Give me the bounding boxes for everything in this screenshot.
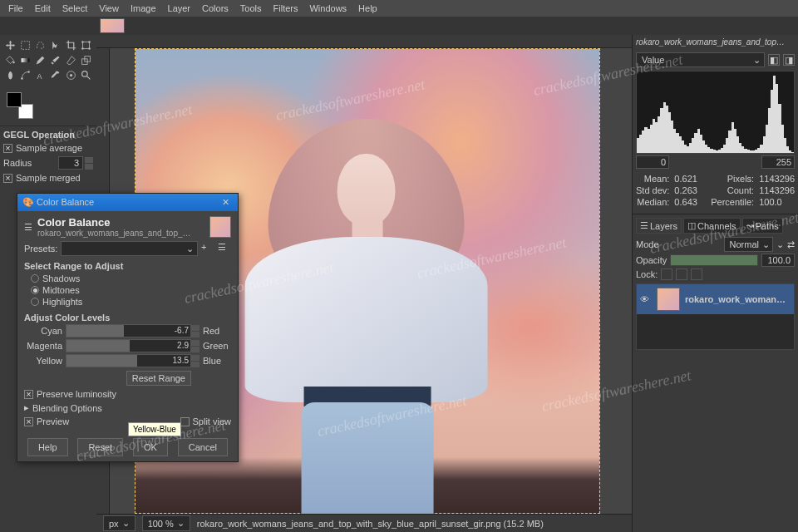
- levels-section-label: Adjust Color Levels: [24, 313, 231, 323]
- gradient-tool-icon[interactable]: [18, 53, 32, 67]
- move-tool-icon[interactable]: [3, 38, 17, 52]
- color-picker-icon[interactable]: [48, 68, 62, 82]
- menu-image[interactable]: Image: [126, 2, 161, 15]
- zoom-selector[interactable]: 100 %⌄: [142, 515, 190, 531]
- histogram-linear-icon[interactable]: ◧: [768, 54, 780, 66]
- cyan-red-spinner[interactable]: [191, 325, 200, 337]
- zoom-tool-icon[interactable]: [79, 68, 93, 82]
- svg-point-4: [81, 47, 83, 49]
- opacity-value[interactable]: 100.0: [761, 254, 795, 267]
- color-balance-dialog: 🎨 Color Balance ✕ ☰ Color Balance rokaro…: [17, 193, 239, 462]
- cyan-red-slider[interactable]: -6.7: [66, 324, 191, 337]
- lock-pixels-icon[interactable]: [661, 268, 672, 280]
- tab-layers[interactable]: ☰Layers: [636, 218, 682, 234]
- paintbrush-icon[interactable]: [48, 53, 62, 67]
- image-tab-thumbnail[interactable]: [100, 18, 125, 33]
- histogram-min-input[interactable]: [636, 155, 669, 169]
- histogram[interactable]: [636, 71, 795, 154]
- red-label: Red: [200, 326, 231, 336]
- magenta-green-spinner[interactable]: [191, 340, 200, 352]
- magenta-label: Magenta: [24, 341, 66, 351]
- tab-paths[interactable]: ↝Paths: [742, 218, 783, 234]
- dialog-subtitle: rokaro_work_womans_jeans_and_top_with_..…: [37, 229, 195, 238]
- yellow-blue-slider[interactable]: 13.5: [66, 354, 191, 367]
- dialog-titlebar[interactable]: 🎨 Color Balance ✕: [17, 194, 238, 211]
- blending-options-expander[interactable]: ▸Blending Options: [24, 401, 231, 415]
- preview-checkbox[interactable]: Preview: [24, 415, 69, 428]
- layer-thumbnail: [657, 288, 680, 311]
- image-tab-bar: [0, 17, 798, 35]
- fg-bg-colors[interactable]: [0, 86, 96, 126]
- fuzzy-select-icon[interactable]: [48, 38, 62, 52]
- histogram-stats: Mean:0.621 Pixels:1143296 Std dev:0.263 …: [636, 170, 795, 210]
- mode-switch-icon2[interactable]: ⇄: [787, 239, 795, 250]
- unit-selector[interactable]: px⌄: [103, 515, 135, 531]
- free-select-icon[interactable]: [33, 38, 47, 52]
- menu-help[interactable]: Help: [353, 2, 382, 15]
- close-icon[interactable]: ✕: [219, 197, 233, 208]
- menu-colors[interactable]: Colors: [197, 2, 234, 15]
- dialog-window-title: Color Balance: [37, 197, 94, 207]
- svg-rect-1: [82, 42, 89, 48]
- radius-row: Radius: [3, 155, 93, 171]
- svg-point-10: [21, 77, 22, 79]
- sample-average-checkbox[interactable]: Sample average: [3, 141, 93, 155]
- layer-visibility-icon[interactable]: 👁: [640, 294, 652, 304]
- reset-range-button[interactable]: Reset Range: [126, 371, 191, 386]
- text-tool-icon[interactable]: A: [33, 68, 47, 82]
- radio-highlights[interactable]: Highlights: [24, 296, 231, 308]
- ruler-horizontal[interactable]: [96, 35, 632, 48]
- presets-select[interactable]: [61, 241, 198, 256]
- ok-button[interactable]: OK: [133, 438, 168, 456]
- menu-select[interactable]: Select: [57, 2, 93, 15]
- status-filename: rokaro_work_womans_jeans_and_top_with_sk…: [197, 519, 625, 529]
- radius-input[interactable]: [58, 156, 83, 170]
- lock-position-icon[interactable]: [676, 268, 687, 280]
- slider-tooltip: Yellow-Blue: [128, 422, 181, 436]
- add-preset-icon[interactable]: +: [201, 242, 214, 255]
- bucket-fill-icon[interactable]: [3, 53, 17, 67]
- yellow-blue-spinner[interactable]: [191, 355, 200, 367]
- menu-file[interactable]: File: [3, 2, 28, 15]
- radio-shadows[interactable]: Shadows: [24, 273, 231, 284]
- menu-windows[interactable]: Windows: [304, 2, 352, 15]
- clone-tool-icon[interactable]: [79, 53, 93, 67]
- smudge-tool-icon[interactable]: [3, 68, 17, 82]
- pencil-tool-icon[interactable]: [33, 53, 47, 67]
- right-filename: rokaro_work_womans_jeans_and_top_wit...: [633, 35, 791, 49]
- radio-midtones[interactable]: Midtones: [24, 284, 231, 296]
- rect-select-icon[interactable]: [18, 38, 32, 52]
- sample-merged-checkbox[interactable]: Sample merged: [3, 171, 93, 185]
- transform-tool-icon[interactable]: [79, 38, 93, 52]
- histogram-max-input[interactable]: [761, 155, 795, 169]
- menu-filters[interactable]: Filters: [268, 2, 303, 15]
- radius-spinner[interactable]: [85, 157, 93, 170]
- layer-row[interactable]: 👁 rokaro_work_womans_j...: [637, 284, 794, 314]
- lock-alpha-icon[interactable]: [691, 268, 702, 280]
- tab-channels[interactable]: ◫Channels: [683, 218, 740, 234]
- menu-view[interactable]: View: [94, 2, 124, 15]
- magenta-green-slider[interactable]: 2.9: [66, 339, 191, 352]
- measure-tool-icon[interactable]: [64, 68, 78, 82]
- preserve-luminosity-checkbox[interactable]: Preserve luminosity: [24, 387, 231, 401]
- menu-tools[interactable]: Tools: [235, 2, 267, 15]
- menu-edit[interactable]: Edit: [30, 2, 56, 15]
- path-tool-icon[interactable]: [18, 68, 32, 82]
- histogram-channel-select[interactable]: Value: [636, 52, 765, 67]
- cancel-button[interactable]: Cancel: [178, 438, 228, 456]
- mode-switch-icon[interactable]: ⌄: [776, 239, 784, 250]
- opacity-slider[interactable]: [670, 254, 758, 266]
- help-button[interactable]: Help: [27, 438, 68, 456]
- toolbox: A: [0, 35, 96, 86]
- preset-menu-icon[interactable]: ☰: [218, 242, 231, 255]
- crop-tool-icon[interactable]: [64, 38, 78, 52]
- layer-name[interactable]: rokaro_work_womans_j...: [685, 294, 791, 304]
- split-view-checkbox[interactable]: Split view: [180, 415, 231, 428]
- tool-options-panel: GEGL Operation Sample average Radius Sam…: [0, 126, 96, 188]
- menu-layer[interactable]: Layer: [163, 2, 196, 15]
- eraser-tool-icon[interactable]: [64, 53, 78, 67]
- reset-button[interactable]: Reset: [77, 438, 123, 456]
- histogram-log-icon[interactable]: ◨: [783, 54, 795, 66]
- blend-mode-select[interactable]: Normal: [724, 237, 773, 252]
- fg-color-swatch[interactable]: [7, 92, 22, 107]
